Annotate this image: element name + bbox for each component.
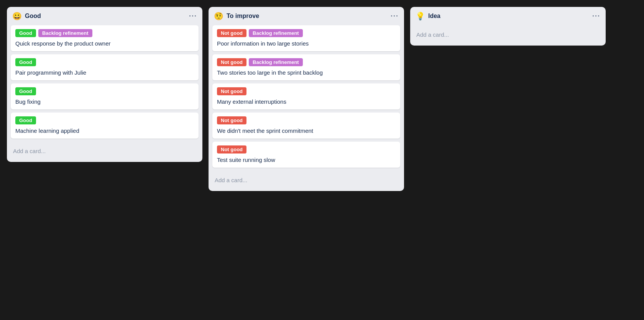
card-labels: Not goodBacklog refinement xyxy=(217,29,396,37)
column-emoji-good: 😀 xyxy=(12,11,22,21)
column-title-to-improve: 🤨To improve xyxy=(214,11,259,21)
column-title-text-idea: Idea xyxy=(428,13,440,20)
column-title-text-to-improve: To improve xyxy=(227,13,259,20)
card[interactable]: GoodBug fixing xyxy=(11,83,199,109)
label-not-good: Not good xyxy=(217,87,246,95)
card[interactable]: Not goodMany external interruptions xyxy=(212,83,400,109)
card-labels: Not good xyxy=(217,116,396,124)
label-good: Good xyxy=(15,58,36,66)
add-card-button-good[interactable]: Add a card... xyxy=(11,145,199,157)
card-text: Machine learning applied xyxy=(15,127,194,135)
card-labels: Not good xyxy=(217,145,396,153)
column-to-improve: 🤨To improve···Not goodBacklog refinement… xyxy=(209,7,404,191)
label-not-good: Not good xyxy=(217,29,246,37)
add-card-button-to-improve[interactable]: Add a card... xyxy=(212,174,400,186)
column-menu-button-to-improve[interactable]: ··· xyxy=(391,12,399,20)
card-text: Bug fixing xyxy=(15,98,194,106)
label-not-good: Not good xyxy=(217,58,246,66)
column-title-good: 😀Good xyxy=(12,11,41,21)
card-text: Two stories too large in the sprint back… xyxy=(217,69,396,77)
label-not-good: Not good xyxy=(217,116,246,124)
card[interactable]: Not goodWe didn't meet the sprint commit… xyxy=(212,113,400,139)
card-text: Test suite running slow xyxy=(217,156,396,164)
column-header-to-improve: 🤨To improve··· xyxy=(212,11,400,21)
card-labels: Good xyxy=(15,116,194,124)
label-backlog: Backlog refinement xyxy=(249,58,303,66)
label-good: Good xyxy=(15,87,36,95)
card-labels: Good xyxy=(15,87,194,95)
board: 😀Good···GoodBacklog refinementQuick resp… xyxy=(7,7,606,191)
column-good: 😀Good···GoodBacklog refinementQuick resp… xyxy=(7,7,202,162)
label-backlog: Backlog refinement xyxy=(249,29,303,37)
card-text: Pair programming with Julie xyxy=(15,69,194,77)
card[interactable]: Not goodBacklog refinementTwo stories to… xyxy=(212,54,400,80)
label-good: Good xyxy=(15,29,36,37)
column-menu-button-idea[interactable]: ··· xyxy=(592,12,600,20)
column-header-idea: 💡Idea··· xyxy=(414,11,602,21)
card[interactable]: Not goodBacklog refinementPoor informati… xyxy=(212,25,400,51)
card-text: Quick response by the product owner xyxy=(15,39,194,47)
card-text: Many external interruptions xyxy=(217,98,396,106)
column-idea: 💡Idea···Add a card... xyxy=(410,7,606,46)
card-labels: Not goodBacklog refinement xyxy=(217,58,396,66)
label-backlog: Backlog refinement xyxy=(38,29,92,37)
add-card-button-idea[interactable]: Add a card... xyxy=(414,28,602,41)
card[interactable]: GoodBacklog refinementQuick response by … xyxy=(11,25,199,51)
card[interactable]: Not goodTest suite running slow xyxy=(212,142,400,168)
label-good: Good xyxy=(15,116,36,124)
card-labels: Not good xyxy=(217,87,396,95)
card-labels: Good xyxy=(15,58,194,66)
column-menu-button-good[interactable]: ··· xyxy=(189,12,197,20)
card-labels: GoodBacklog refinement xyxy=(15,29,194,37)
column-emoji-idea: 💡 xyxy=(416,11,425,21)
column-emoji-to-improve: 🤨 xyxy=(214,11,223,21)
column-header-good: 😀Good··· xyxy=(11,11,199,21)
card[interactable]: GoodPair programming with Julie xyxy=(11,54,199,80)
label-not-good: Not good xyxy=(217,145,246,153)
card-text: We didn't meet the sprint commitment xyxy=(217,127,396,135)
card-text: Poor information in two large stories xyxy=(217,39,396,47)
card[interactable]: GoodMachine learning applied xyxy=(11,113,199,139)
column-title-text-good: Good xyxy=(25,13,41,20)
column-title-idea: 💡Idea xyxy=(416,11,440,21)
